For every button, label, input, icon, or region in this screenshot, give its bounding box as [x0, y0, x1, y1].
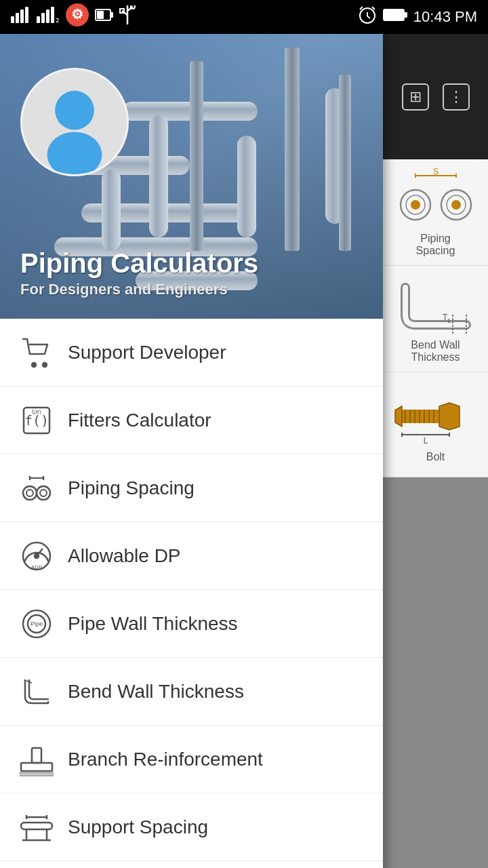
menu-item-piping-spacing[interactable]: Piping Spacing	[0, 454, 383, 522]
drawer: Piping Calculators For Designers and Eng…	[0, 34, 383, 868]
bg-card-img-2: T 1	[392, 274, 480, 335]
battery-save-icon	[95, 7, 114, 27]
svg-rect-6	[46, 9, 49, 23]
svg-text:Pipe: Pipe	[30, 620, 43, 627]
avatar	[20, 68, 129, 176]
bg-top-icons: ⊞ ⋮	[402, 83, 470, 111]
support-spacing-icon	[16, 808, 57, 846]
bg-card-bolt: L Bolt	[383, 372, 488, 477]
signal-icon-2: ₂	[37, 7, 60, 27]
menu-label-bend-wall-thickness: Bend Wall Thickness	[68, 681, 244, 703]
svg-text:S: S	[432, 167, 438, 176]
svg-text:1: 1	[447, 317, 451, 324]
cart-icon	[16, 334, 57, 371]
svg-rect-24	[383, 9, 405, 21]
bg-icon-1: ⊞	[402, 83, 429, 111]
bg-card-label-3: Bolt	[426, 451, 445, 463]
bg-card-piping-spacing: S PipingSpacing	[383, 159, 488, 266]
menu-label-support-spacing: Support Spacing	[68, 816, 208, 838]
svg-marker-101	[439, 403, 460, 430]
alarm-icon	[358, 5, 377, 28]
battery-icon	[382, 7, 408, 26]
bg-icon-2: ⋮	[443, 83, 470, 111]
svg-point-35	[26, 490, 33, 496]
status-left: ₂ ⚙	[11, 3, 136, 31]
svg-rect-1	[16, 13, 19, 23]
svg-point-86	[451, 200, 461, 210]
svg-point-37	[40, 490, 47, 496]
menu-label-pipe-wall-thickness: Pipe Wall Thickness	[68, 613, 238, 635]
svg-rect-3	[25, 7, 28, 23]
svg-line-22	[360, 7, 363, 9]
header-image: Piping Calculators For Designers and Eng…	[0, 34, 383, 319]
svg-text:⚙: ⚙	[71, 7, 83, 22]
svg-rect-2	[20, 9, 24, 23]
svg-rect-5	[41, 13, 45, 23]
menu-item-pipe-wall-thickness[interactable]: Pipe Pipe Wall Thickness	[0, 590, 383, 658]
svg-text:L: L	[423, 436, 428, 446]
menu-item-fitters-calculator[interactable]: f() t∂n Fitters Calculator	[0, 387, 383, 454]
usb-icon	[119, 5, 136, 28]
svg-point-29	[32, 363, 36, 367]
svg-text:ADP: ADP	[31, 564, 42, 570]
svg-rect-7	[51, 7, 54, 23]
bg-card-img-3: L	[392, 386, 480, 447]
bg-card-bend-wall: T 1 Bend WallThickness	[383, 266, 488, 372]
bg-card-img-1: S	[392, 167, 480, 229]
svg-marker-102	[395, 406, 402, 427]
background-app: ⊞ ⋮ S	[383, 34, 488, 868]
svg-line-21	[367, 16, 370, 18]
app-tagline: For Designers and Engineers	[20, 281, 376, 298]
gauge-icon: ADP	[16, 537, 57, 574]
menu-item-bolt-length[interactable]: Bolt Length	[0, 861, 383, 868]
svg-rect-51	[32, 748, 41, 763]
svg-rect-13	[110, 12, 113, 18]
svg-rect-12	[97, 11, 104, 19]
main-container: Piping Calculators For Designers and Eng…	[0, 34, 488, 868]
app-name: Piping Calculators	[20, 248, 376, 278]
header-title-area: Piping Calculators For Designers and Eng…	[20, 248, 376, 298]
svg-point-27	[55, 91, 94, 130]
menu-item-support-spacing[interactable]: Support Spacing	[0, 793, 383, 861]
menu-label-allowable-dp: Allowable DP	[68, 545, 181, 567]
svg-rect-76	[392, 167, 480, 229]
svg-rect-53	[21, 823, 52, 829]
menu-label-piping-spacing: Piping Spacing	[68, 477, 195, 499]
svg-point-28	[47, 132, 102, 176]
branch-icon	[16, 741, 57, 778]
svg-rect-4	[37, 16, 40, 23]
bend-wall-icon	[16, 673, 57, 710]
menu-label-fitters-calculator: Fitters Calculator	[68, 410, 211, 431]
menu-item-bend-wall-thickness[interactable]: Bend Wall Thickness	[0, 658, 383, 726]
svg-rect-0	[11, 16, 14, 23]
status-bar: ₂ ⚙ 10:43 PM	[0, 0, 488, 34]
svg-rect-50	[21, 763, 52, 771]
menu-item-allowable-dp[interactable]: ADP Allowable DP	[0, 522, 383, 590]
svg-point-36	[37, 486, 50, 500]
piping-spacing-icon	[16, 469, 57, 507]
menu-item-support-developer[interactable]: Support Developer	[0, 319, 383, 387]
status-right: 10:43 PM	[358, 5, 477, 28]
svg-rect-25	[405, 12, 407, 18]
signal-icon	[11, 7, 31, 27]
pipe-wall-icon: Pipe	[16, 605, 57, 642]
bg-app-top: ⊞ ⋮	[383, 34, 488, 159]
svg-point-30	[43, 363, 47, 367]
fitters-icon: f() t∂n	[16, 401, 57, 439]
menu-label-branch-reinforcement: Branch Re-inforcement	[68, 749, 263, 770]
svg-text:₂: ₂	[56, 13, 60, 23]
status-time: 10:43 PM	[413, 8, 477, 26]
bg-card-label-1: PipingSpacing	[416, 233, 455, 257]
app-icon: ⚙	[65, 3, 89, 31]
bg-card-label-2: Bend WallThickness	[411, 339, 460, 363]
svg-text:t∂n: t∂n	[32, 408, 41, 416]
svg-line-23	[372, 7, 375, 9]
svg-rect-52	[20, 772, 54, 776]
svg-point-34	[23, 486, 37, 500]
menu-list: Support Developer f() t∂n Fitters Calcul…	[0, 319, 383, 868]
menu-item-branch-reinforcement[interactable]: Branch Re-inforcement	[0, 726, 383, 793]
svg-point-83	[411, 200, 420, 210]
menu-label-support-developer: Support Developer	[68, 342, 226, 363]
